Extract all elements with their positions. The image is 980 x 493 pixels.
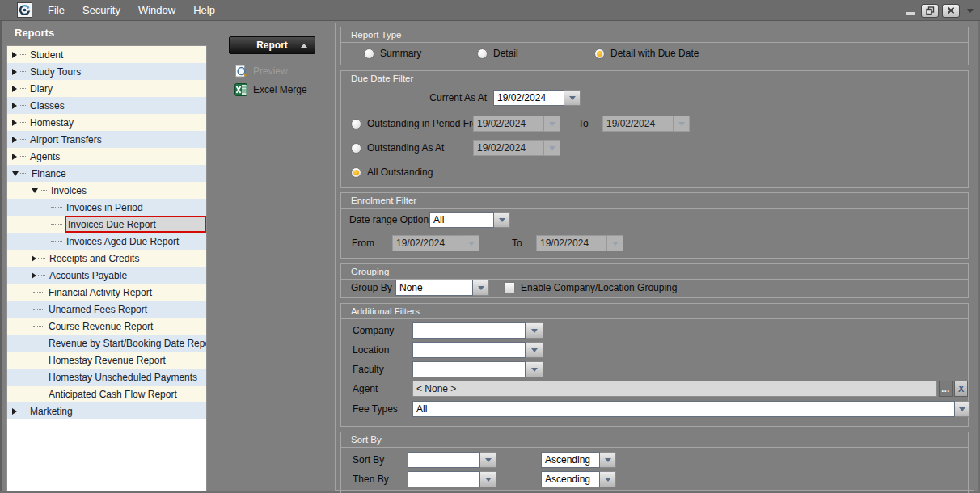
tree-item-invoices-due-report[interactable]: Invoices Due Report <box>7 216 206 233</box>
radio-all-outstanding[interactable]: All Outstanding <box>351 166 433 178</box>
tree-item-invoices-aged-due-report[interactable]: Invoices Aged Due Report <box>7 233 206 250</box>
combo-value[interactable]: None <box>395 280 473 296</box>
tree-item-unearned-fees-report[interactable]: Unearned Fees Report <box>7 301 206 318</box>
combo-value[interactable] <box>412 342 526 358</box>
expand-arrow-icon[interactable] <box>12 154 17 160</box>
expand-arrow-icon[interactable] <box>12 86 17 92</box>
expand-arrow-icon[interactable] <box>12 69 17 75</box>
dropdown-button[interactable] <box>955 401 970 417</box>
date-value[interactable]: 19/02/2024 <box>473 140 544 156</box>
date-value[interactable]: 19/02/2024 <box>392 235 463 251</box>
menu-item-file[interactable]: File <box>39 0 74 21</box>
preview-button[interactable]: Preview <box>234 62 331 80</box>
dropdown-button[interactable] <box>544 140 560 156</box>
dropdown-button[interactable] <box>674 116 690 132</box>
dropdown-button[interactable] <box>600 452 616 468</box>
tree-item-student[interactable]: Student <box>7 46 206 63</box>
enable-company-location-grouping-checkbox[interactable]: Enable Company/Location Grouping <box>504 282 677 293</box>
date-value[interactable]: 19/02/2024 <box>536 235 607 251</box>
radio-summary[interactable]: Summary <box>364 48 477 59</box>
combo-value[interactable] <box>412 322 526 339</box>
tree-item-homestay[interactable]: Homestay <box>7 114 206 131</box>
excel-merge-button[interactable]: Excel Merge <box>234 81 331 99</box>
expand-arrow-icon[interactable] <box>12 137 17 143</box>
fee-types-combo[interactable]: All <box>412 401 970 417</box>
tree-item-receipts-and-credits[interactable]: Receipts and Credits <box>7 250 206 267</box>
tree-item-financial-activity-report[interactable]: Financial Activity Report <box>7 284 206 301</box>
combo-value[interactable]: Ascending <box>541 471 600 487</box>
combo-value[interactable]: Ascending <box>541 452 600 468</box>
then-by-direction-combo[interactable]: Ascending <box>541 471 616 487</box>
dropdown-button[interactable] <box>480 452 496 468</box>
dropdown-button[interactable] <box>544 116 560 132</box>
company-combo[interactable] <box>412 322 543 339</box>
agent-field[interactable]: < None > <box>412 381 937 397</box>
combo-value[interactable] <box>412 361 526 377</box>
report-actions-header[interactable]: Report <box>229 36 315 54</box>
tree-item-revenue-by-start-booking-date-report[interactable]: Revenue by Start/Booking Date Report <box>7 335 206 352</box>
expand-arrow-icon[interactable] <box>32 255 36 262</box>
menu-item-window[interactable]: Window <box>129 0 184 21</box>
dropdown-button[interactable] <box>600 471 616 487</box>
enrolment-to-date-picker[interactable]: 19/02/2024 <box>536 235 623 251</box>
expand-arrow-icon[interactable] <box>32 272 36 279</box>
date-value[interactable]: 19/02/2024 <box>602 116 674 132</box>
menu-item-help[interactable]: Help <box>184 0 224 21</box>
dropdown-button[interactable] <box>526 342 543 358</box>
dropdown-button[interactable] <box>526 361 543 377</box>
tree-item-marketing[interactable]: Marketing <box>7 402 206 419</box>
radio-outstanding-in-period[interactable]: Outstanding in Period Fror <box>351 118 473 129</box>
agent-clear-button[interactable]: X <box>954 381 968 397</box>
agent-browse-button[interactable]: … <box>939 381 953 397</box>
tree-item-homestay-revenue-report[interactable]: Homestay Revenue Report <box>7 352 206 369</box>
expand-arrow-icon[interactable] <box>12 120 17 126</box>
tree-item-study-tours[interactable]: Study Tours <box>7 63 206 80</box>
expand-arrow-icon[interactable] <box>12 408 17 415</box>
tree-item-airport-transfers[interactable]: Airport Transfers <box>7 131 206 148</box>
combo-value[interactable]: All <box>429 212 494 228</box>
tree-item-anticipated-cash-flow-report[interactable]: Anticipated Cash Flow Report <box>7 386 206 402</box>
minimize-icon[interactable] <box>906 12 915 15</box>
date-value[interactable]: 19/02/2024 <box>473 116 544 132</box>
tree-item-invoices-in-period[interactable]: Invoices in Period <box>7 199 206 216</box>
dropdown-button[interactable] <box>473 280 489 296</box>
combo-value[interactable] <box>408 471 480 487</box>
group-by-combo[interactable]: None <box>395 280 489 296</box>
enrolment-from-date-picker[interactable]: 19/02/2024 <box>392 235 479 251</box>
then-by-combo[interactable] <box>408 471 496 487</box>
close-button[interactable] <box>942 4 960 18</box>
sort-by-combo[interactable] <box>408 452 496 468</box>
tree-item-diary[interactable]: Diary <box>7 80 206 97</box>
combo-value[interactable] <box>408 452 480 468</box>
restore-button[interactable] <box>921 4 939 18</box>
dropdown-button[interactable] <box>526 322 543 339</box>
tree-item-agents[interactable]: Agents <box>7 148 206 165</box>
tree-item-classes[interactable]: Classes <box>7 97 206 114</box>
collapse-arrow-icon[interactable] <box>12 171 19 176</box>
dropdown-button[interactable] <box>463 235 479 251</box>
tree-item-accounts-payable[interactable]: Accounts Payable <box>7 267 206 284</box>
outstanding-period-to-date-picker[interactable]: 19/02/2024 <box>602 116 690 132</box>
date-range-option-combo[interactable]: All <box>429 212 510 228</box>
tree-item-course-revenue-report[interactable]: Course Revenue Report <box>7 318 206 335</box>
radio-detail-with-due-date[interactable]: Detail with Due Date <box>594 48 699 59</box>
menubar-chevron-icon[interactable] <box>967 9 974 13</box>
combo-value[interactable]: All <box>412 401 955 417</box>
sort-by-direction-combo[interactable]: Ascending <box>541 452 616 468</box>
collapse-arrow-icon[interactable] <box>32 188 38 193</box>
expand-arrow-icon[interactable] <box>12 103 17 109</box>
expand-arrow-icon[interactable] <box>12 52 17 58</box>
date-value[interactable]: 19/02/2024 <box>493 90 564 106</box>
current-as-at-date-picker[interactable]: 19/02/2024 <box>493 90 581 106</box>
tree-item-finance[interactable]: Finance <box>7 165 206 182</box>
location-combo[interactable] <box>412 342 543 358</box>
menu-item-security[interactable]: Security <box>74 0 129 21</box>
radio-outstanding-as-at[interactable]: Outstanding As At <box>351 142 473 154</box>
dropdown-button[interactable] <box>480 471 496 487</box>
dropdown-button[interactable] <box>607 235 623 251</box>
dropdown-button[interactable] <box>494 212 510 228</box>
faculty-combo[interactable] <box>412 361 543 377</box>
outstanding-as-at-date-picker[interactable]: 19/02/2024 <box>473 140 560 156</box>
tree-item-invoices[interactable]: Invoices <box>7 182 206 199</box>
dropdown-button[interactable] <box>564 90 581 106</box>
